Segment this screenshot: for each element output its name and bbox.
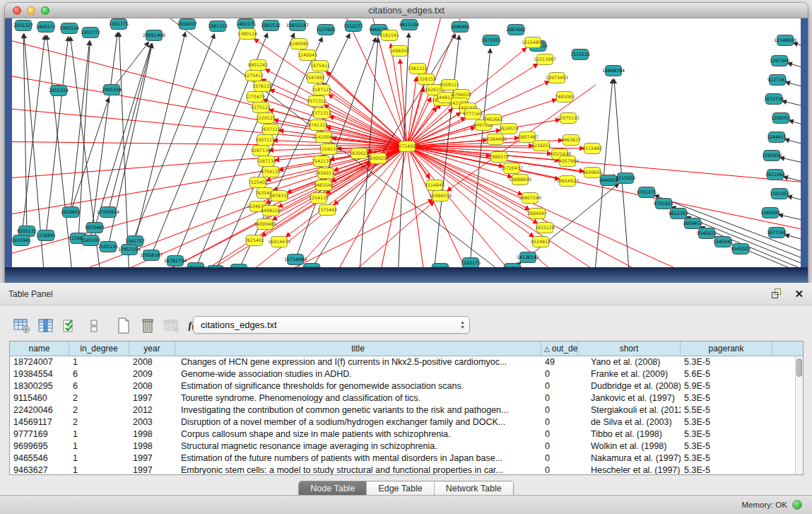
graph-node[interactable]: 15720437 [500, 163, 523, 174]
graph-node[interactable]: 3376133 [252, 81, 272, 92]
graph-node[interactable]: 1326153 [416, 74, 436, 85]
graph-node[interactable]: 7371313 [312, 108, 331, 119]
graph-node[interactable]: 7204133 [319, 144, 339, 155]
graph-node[interactable]: 14569117 [314, 168, 337, 179]
graph-node[interactable]: 2055324 [49, 86, 69, 96]
graph-node[interactable]: 10688609 [509, 175, 531, 185]
graph-node[interactable]: 1375443 [317, 205, 337, 216]
graph-node[interactable]: 5878332 [269, 191, 289, 201]
graph-node[interactable]: 8813104 [399, 20, 419, 30]
graph-node[interactable]: 11548008 [774, 35, 796, 46]
graph-node[interactable]: 9777169 [463, 109, 483, 119]
zoom-window-button[interactable] [41, 6, 49, 15]
window-titlebar[interactable]: citations_edges.txt [5, 3, 808, 18]
graph-node[interactable]: 3307113 [255, 135, 275, 146]
graph-node[interactable]: 1181541 [379, 30, 399, 41]
graph-node[interactable]: 1380124 [237, 29, 257, 40]
close-window-button[interactable] [13, 6, 21, 15]
graph-node[interactable]: 1301772 [81, 28, 100, 38]
graph-node[interactable]: 1403175 [236, 19, 256, 30]
graph-node[interactable]: 1275412 [244, 71, 264, 81]
tab-network-table[interactable]: Network Table [434, 481, 513, 496]
new-table-icon[interactable] [112, 315, 136, 337]
graph-node[interactable]: 1514845 [425, 180, 445, 191]
table-row[interactable]: 911546021997Tourette syndrome. Phenomeno… [10, 392, 795, 404]
row-selection-icon[interactable] [58, 315, 82, 337]
table-row[interactable]: 1938455462009Genome-wide association stu… [10, 368, 795, 380]
graph-node[interactable]: 1245042 [713, 237, 733, 247]
table-row[interactable]: 1830029562008Estimation of significance … [10, 380, 795, 392]
graph-node[interactable]: 12213967 [534, 54, 556, 65]
graph-node[interactable]: 1875411 [310, 61, 330, 71]
graph-node[interactable]: 1071915 [481, 35, 501, 46]
graph-node[interactable]: 17957254 [118, 245, 141, 255]
tab-edge-table[interactable]: Edge Table [366, 481, 433, 496]
checkbox-stack-icon[interactable] [82, 315, 106, 337]
graph-node[interactable]: 16782759 [164, 256, 187, 267]
graph-node[interactable]: 4275122 [251, 103, 271, 113]
table-row[interactable]: 977716911998Corpus callosum shape and si… [10, 428, 795, 440]
graph-node[interactable]: 1275473 [245, 92, 265, 103]
graph-node[interactable]: 1244415 [767, 132, 787, 143]
graph-node[interactable]: 2505135 [98, 242, 118, 252]
graph-node[interactable]: 1301775 [109, 19, 129, 30]
graph-node[interactable]: 1609453 [683, 218, 702, 229]
graph-node[interactable]: 9545023 [731, 244, 751, 255]
graph-node[interactable]: 6791975 [637, 187, 657, 198]
graph-node[interactable]: 1672734 [764, 94, 784, 105]
graph-node[interactable]: 3915941 [12, 235, 31, 246]
graph-node[interactable]: 1102175 [461, 258, 481, 268]
graph-node[interactable]: 7485063 [555, 92, 575, 103]
graph-node[interactable]: 7515526 [570, 49, 590, 60]
graph-node[interactable]: 9463627 [561, 135, 581, 146]
delete-columns-icon[interactable] [136, 315, 160, 337]
graph-node[interactable]: 1545193 [81, 235, 100, 246]
graph-node[interactable]: 1087135 [257, 156, 276, 167]
citation-graph[interactable]: 1872400720553272405572106552413017721301… [12, 18, 801, 267]
graph-node[interactable]: 1101053 [770, 189, 789, 199]
memory-status-icon[interactable] [792, 500, 802, 510]
graph-node[interactable]: 9612353 [669, 209, 688, 219]
graph-node[interactable]: 9699695 [582, 168, 602, 178]
graph-node[interactable]: 14136141 [517, 252, 539, 263]
graph-node[interactable]: 6216051 [531, 141, 551, 151]
graph-node[interactable]: 1081153 [208, 21, 228, 32]
graph-node[interactable]: 7986572 [489, 152, 509, 163]
graph-node[interactable]: 16099489 [254, 219, 276, 230]
graph-node[interactable]: 18807249 [519, 193, 541, 204]
graph-node[interactable]: 1595858 [762, 151, 782, 161]
graph-node[interactable]: 1156841 [36, 230, 56, 241]
graph-node[interactable]: 20691406 [143, 30, 165, 41]
graph-node[interactable]: 1527602 [316, 25, 336, 35]
graph-node[interactable]: 16914473 [268, 237, 290, 247]
close-panel-icon[interactable]: ✕ [794, 288, 804, 299]
graph-node[interactable]: 10958187 [140, 250, 163, 261]
graph-node[interactable]: 1677160 [767, 228, 787, 238]
graph-node[interactable]: 1569293 [760, 208, 780, 218]
column-header-year[interactable]: year [129, 341, 175, 356]
graph-node[interactable]: 1065532 [261, 21, 281, 31]
graph-node[interactable]: 2240082 [289, 39, 309, 49]
show-columns-icon[interactable] [34, 315, 58, 337]
graph-node[interactable]: 1696093 [389, 46, 409, 57]
graph-node[interactable]: 18300295 [367, 153, 389, 164]
graph-node[interactable]: 1615124 [535, 223, 555, 233]
graph-node[interactable]: 20364486 [484, 134, 507, 145]
graph-node[interactable]: 19384554 [429, 191, 452, 201]
graph-node[interactable]: 1640954 [599, 175, 618, 186]
graph-node[interactable]: 7462662 [483, 115, 503, 125]
column-header-short[interactable]: short [578, 341, 681, 356]
graph-node[interactable]: 2620651 [61, 207, 81, 218]
graph-node[interactable]: 9975487 [85, 223, 105, 233]
network-canvas[interactable]: 1872400720553272405572106552413017721301… [12, 18, 801, 267]
graph-node[interactable]: 1621064 [765, 170, 785, 180]
table-row[interactable]: 946554611997Estimation of the future num… [10, 452, 795, 465]
column-header-title[interactable]: title [175, 341, 541, 356]
graph-node[interactable]: 2905334 [102, 85, 122, 95]
graph-node[interactable]: 2637115 [261, 124, 281, 135]
graph-node[interactable]: 64957984 [556, 156, 579, 167]
graph-node[interactable]: 9465546 [314, 180, 334, 191]
float-panel-icon[interactable] [772, 288, 783, 299]
column-header-out_de[interactable]: △out_de... [541, 341, 578, 356]
table-row[interactable]: 1456911722003Disruption of a novel membe… [10, 416, 795, 428]
